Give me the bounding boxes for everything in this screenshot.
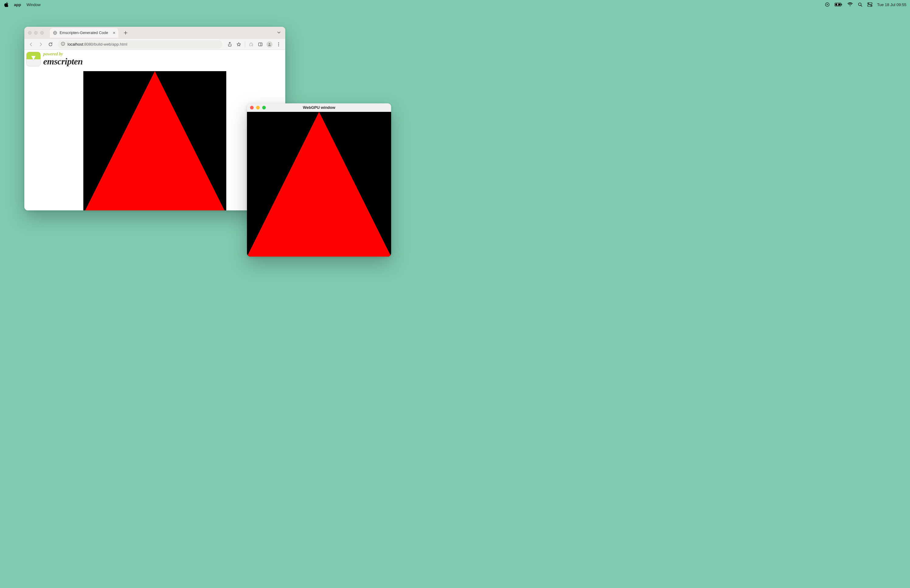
back-button[interactable] — [27, 40, 35, 48]
browser-window: Emscripten-Generated Code × localhost:80… — [24, 27, 285, 210]
browser-content: powered by emscripten — [24, 50, 285, 210]
avatar-icon — [267, 41, 273, 47]
profile-button[interactable] — [265, 40, 274, 48]
reload-button[interactable] — [46, 40, 55, 48]
address-bar[interactable]: localhost:8080/build-web/app.html — [58, 40, 222, 48]
browser-tabstrip: Emscripten-Generated Code × — [24, 27, 285, 39]
browser-traffic-lights — [27, 31, 46, 35]
svg-point-14 — [63, 42, 63, 43]
native-titlebar[interactable]: WebGPU window — [247, 103, 391, 112]
globe-icon — [53, 31, 57, 35]
browser-tab[interactable]: Emscripten-Generated Code × — [50, 28, 118, 38]
native-traffic-lights — [250, 106, 266, 110]
new-tab-button[interactable] — [123, 30, 129, 36]
minimize-window-button[interactable] — [34, 31, 38, 35]
kebab-menu-button[interactable] — [274, 40, 283, 48]
sidepanel-button[interactable] — [256, 40, 265, 48]
native-window: WebGPU window — [247, 103, 391, 257]
forward-button[interactable] — [37, 40, 45, 48]
svg-point-21 — [278, 45, 279, 46]
control-center-icon[interactable] — [867, 2, 872, 7]
close-window-button[interactable] — [250, 106, 254, 110]
toolbar-divider — [245, 41, 245, 47]
emscripten-logo-icon — [26, 52, 41, 66]
wifi-icon[interactable] — [847, 2, 853, 7]
webgpu-canvas-web[interactable] — [83, 71, 226, 210]
menubar-right: Tue 18 Jul 09:55 — [825, 2, 906, 7]
banner-emscripten: emscripten — [43, 57, 83, 66]
svg-point-18 — [269, 43, 270, 44]
svg-rect-16 — [259, 43, 262, 46]
native-window-title: WebGPU window — [247, 105, 391, 110]
toolbar-right — [225, 40, 283, 48]
zoom-window-button[interactable] — [262, 106, 266, 110]
svg-point-7 — [868, 3, 869, 4]
screen-mirroring-icon[interactable] — [825, 2, 830, 7]
svg-point-19 — [278, 42, 279, 43]
share-button[interactable] — [225, 40, 234, 48]
svg-rect-2 — [841, 4, 842, 5]
browser-tab-title: Emscripten-Generated Code — [60, 31, 108, 35]
tab-overflow-button[interactable] — [277, 31, 281, 36]
svg-rect-15 — [63, 44, 63, 45]
url-text: localhost:8080/build-web/app.html — [68, 42, 128, 47]
bookmark-button[interactable] — [234, 40, 243, 48]
battery-icon[interactable] — [834, 2, 842, 7]
menubar-clock[interactable]: Tue 18 Jul 09:55 — [877, 2, 906, 7]
menubar-app-name[interactable]: app — [14, 2, 21, 7]
webgpu-canvas-native[interactable] — [247, 112, 391, 257]
macos-menubar: app Window Tue 18 Jul 09:55 — [0, 0, 910, 9]
svg-point-9 — [870, 5, 871, 6]
spotlight-icon[interactable] — [858, 2, 863, 7]
menubar-item-window[interactable]: Window — [26, 2, 40, 7]
apple-menu-icon[interactable] — [4, 2, 8, 7]
banner-powered-by: powered by — [43, 52, 83, 56]
browser-toolbar: localhost:8080/build-web/app.html — [24, 39, 285, 50]
close-tab-icon[interactable]: × — [113, 31, 115, 35]
minimize-window-button[interactable] — [256, 106, 260, 110]
site-info-icon[interactable] — [61, 42, 65, 47]
svg-point-20 — [278, 44, 279, 45]
extensions-button[interactable] — [247, 40, 255, 48]
svg-line-5 — [861, 5, 862, 7]
emscripten-banner: powered by emscripten — [24, 50, 285, 67]
close-window-button[interactable] — [28, 31, 32, 35]
menubar-left: app Window — [4, 2, 40, 7]
zoom-window-button[interactable] — [40, 31, 44, 35]
